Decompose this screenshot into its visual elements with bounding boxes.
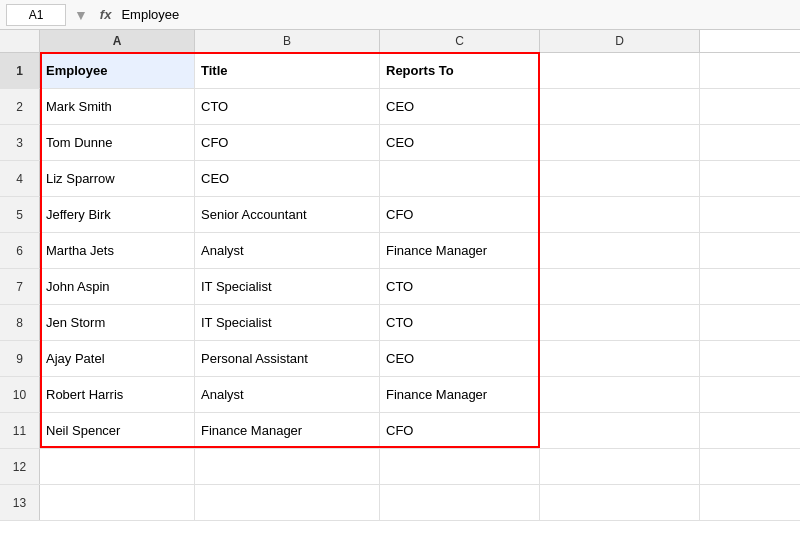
formula-value: Employee — [121, 7, 179, 22]
row-number: 5 — [0, 197, 40, 232]
row-number: 12 — [0, 449, 40, 484]
row-number: 9 — [0, 341, 40, 376]
row-number: 13 — [0, 485, 40, 520]
col-header-b[interactable]: B — [195, 30, 380, 52]
cell-c9[interactable]: CEO — [380, 341, 540, 376]
data-rows: 1EmployeeTitleReports To2Mark SmithCTOCE… — [0, 53, 800, 521]
table-row[interactable]: 4Liz SparrowCEO — [0, 161, 800, 197]
cell-d9[interactable] — [540, 341, 700, 376]
cell-a9[interactable]: Ajay Patel — [40, 341, 195, 376]
cell-b1[interactable]: Title — [195, 53, 380, 88]
table-row[interactable]: 5Jeffery BirkSenior AccountantCFO — [0, 197, 800, 233]
cell-c10[interactable]: Finance Manager — [380, 377, 540, 412]
cell-d2[interactable] — [540, 89, 700, 124]
row-number: 7 — [0, 269, 40, 304]
row-num-header-corner — [0, 30, 40, 52]
col-header-c[interactable]: C — [380, 30, 540, 52]
cell-a5[interactable]: Jeffery Birk — [40, 197, 195, 232]
cell-d8[interactable] — [540, 305, 700, 340]
cell-a12[interactable] — [40, 449, 195, 484]
col-header-d[interactable]: D — [540, 30, 700, 52]
table-row[interactable]: 3Tom DunneCFOCEO — [0, 125, 800, 161]
cell-a3[interactable]: Tom Dunne — [40, 125, 195, 160]
table-row[interactable]: 11Neil SpencerFinance ManagerCFO — [0, 413, 800, 449]
cell-c3[interactable]: CEO — [380, 125, 540, 160]
row-number: 4 — [0, 161, 40, 196]
cell-reference-box[interactable]: A1 — [6, 4, 66, 26]
cell-b7[interactable]: IT Specialist — [195, 269, 380, 304]
table-row[interactable]: 6Martha JetsAnalystFinance Manager — [0, 233, 800, 269]
cell-a13[interactable] — [40, 485, 195, 520]
cell-b10[interactable]: Analyst — [195, 377, 380, 412]
cell-d11[interactable] — [540, 413, 700, 448]
cell-c4[interactable] — [380, 161, 540, 196]
row-number: 6 — [0, 233, 40, 268]
cell-d3[interactable] — [540, 125, 700, 160]
cell-a4[interactable]: Liz Sparrow — [40, 161, 195, 196]
cell-d4[interactable] — [540, 161, 700, 196]
cell-b6[interactable]: Analyst — [195, 233, 380, 268]
cell-b13[interactable] — [195, 485, 380, 520]
cell-c12[interactable] — [380, 449, 540, 484]
cell-d6[interactable] — [540, 233, 700, 268]
table-row[interactable]: 8Jen StormIT SpecialistCTO — [0, 305, 800, 341]
col-header-a[interactable]: A — [40, 30, 195, 52]
formula-separator: ▼ — [74, 7, 88, 23]
cell-d10[interactable] — [540, 377, 700, 412]
cell-b9[interactable]: Personal Assistant — [195, 341, 380, 376]
table-row[interactable]: 9Ajay PatelPersonal AssistantCEO — [0, 341, 800, 377]
cell-a7[interactable]: John Aspin — [40, 269, 195, 304]
table-row[interactable]: 2Mark SmithCTOCEO — [0, 89, 800, 125]
cell-b3[interactable]: CFO — [195, 125, 380, 160]
table-row[interactable]: 13 — [0, 485, 800, 521]
spreadsheet: A B C D 1EmployeeTitleReports To2Mark Sm… — [0, 30, 800, 521]
cell-c11[interactable]: CFO — [380, 413, 540, 448]
formula-bar: A1 ▼ fx Employee — [0, 0, 800, 30]
spreadsheet-wrapper: A B C D 1EmployeeTitleReports To2Mark Sm… — [0, 30, 800, 521]
cell-b11[interactable]: Finance Manager — [195, 413, 380, 448]
cell-c8[interactable]: CTO — [380, 305, 540, 340]
cell-c13[interactable] — [380, 485, 540, 520]
cell-a8[interactable]: Jen Storm — [40, 305, 195, 340]
cell-d13[interactable] — [540, 485, 700, 520]
cell-d7[interactable] — [540, 269, 700, 304]
cell-c5[interactable]: CFO — [380, 197, 540, 232]
cell-c6[interactable]: Finance Manager — [380, 233, 540, 268]
cell-a1[interactable]: Employee — [40, 53, 195, 88]
cell-b4[interactable]: CEO — [195, 161, 380, 196]
cell-d5[interactable] — [540, 197, 700, 232]
cell-b12[interactable] — [195, 449, 380, 484]
cell-b8[interactable]: IT Specialist — [195, 305, 380, 340]
cell-b5[interactable]: Senior Accountant — [195, 197, 380, 232]
cell-d1[interactable] — [540, 53, 700, 88]
row-number: 1 — [0, 53, 40, 88]
table-row[interactable]: 1EmployeeTitleReports To — [0, 53, 800, 89]
cell-c7[interactable]: CTO — [380, 269, 540, 304]
row-number: 2 — [0, 89, 40, 124]
table-row[interactable]: 12 — [0, 449, 800, 485]
cell-c1[interactable]: Reports To — [380, 53, 540, 88]
cell-a10[interactable]: Robert Harris — [40, 377, 195, 412]
cell-b2[interactable]: CTO — [195, 89, 380, 124]
row-number: 11 — [0, 413, 40, 448]
cell-reference-label: A1 — [29, 8, 44, 22]
table-row[interactable]: 10Robert HarrisAnalystFinance Manager — [0, 377, 800, 413]
row-number: 8 — [0, 305, 40, 340]
cell-c2[interactable]: CEO — [380, 89, 540, 124]
cell-a6[interactable]: Martha Jets — [40, 233, 195, 268]
column-headers: A B C D — [0, 30, 800, 53]
formula-fx-icon: fx — [100, 7, 112, 22]
cell-a11[interactable]: Neil Spencer — [40, 413, 195, 448]
cell-d12[interactable] — [540, 449, 700, 484]
table-row[interactable]: 7John AspinIT SpecialistCTO — [0, 269, 800, 305]
cell-a2[interactable]: Mark Smith — [40, 89, 195, 124]
row-number: 3 — [0, 125, 40, 160]
row-number: 10 — [0, 377, 40, 412]
